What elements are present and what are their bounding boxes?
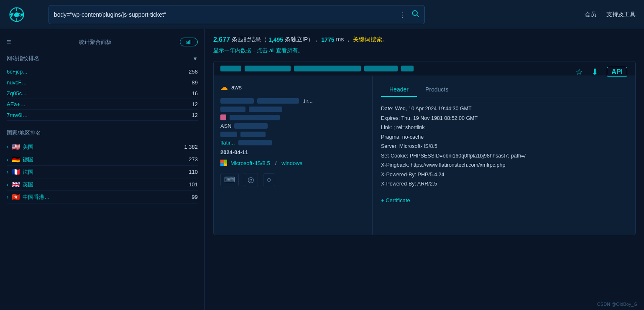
- header-value: https://www.flatironstech.com/xmlrpc.php: [411, 162, 505, 168]
- svg-line-8: [417, 15, 419, 17]
- rank-item-label[interactable]: 6cFjcp...: [7, 69, 27, 75]
- date-value: 2024-04-11: [220, 149, 248, 155]
- results-count: 2,677: [213, 36, 230, 43]
- blurred-row2a: [220, 107, 245, 112]
- header-key: Expires:: [381, 115, 400, 121]
- nav-links: 会员 支持及工具: [585, 11, 636, 18]
- blurred-row4a: [220, 132, 237, 137]
- rank-item: 6cFjcp... 258: [7, 66, 198, 77]
- blurred-extra: [364, 66, 398, 71]
- as-row: ASN: [220, 123, 365, 129]
- download-button[interactable]: ⬇: [591, 67, 598, 77]
- header-value: Microsoft-IIS/8.5: [399, 143, 437, 149]
- header-key: X-Powered-By:: [381, 172, 416, 178]
- country-chevron[interactable]: ›: [7, 169, 8, 175]
- header-data: Date: Wed, 10 Apr 2024 19:44:30 GMTExpir…: [381, 104, 627, 189]
- result-icons-row: ⌨ ◎ ○: [220, 173, 365, 186]
- rank-item-label[interactable]: nuvcF…: [7, 79, 27, 86]
- globe-icon-button[interactable]: ◎: [244, 173, 258, 186]
- all-link[interactable]: all: [269, 47, 275, 53]
- info-row-4: [220, 132, 365, 137]
- blurred-asn: [234, 123, 268, 129]
- all-badge[interactable]: all: [180, 38, 198, 46]
- country-item: › 🇫🇷 法国 110: [7, 166, 198, 178]
- country-chevron[interactable]: ›: [7, 182, 8, 188]
- country-name[interactable]: 🇭🇰 中国香港…: [12, 193, 189, 201]
- fingerprint-section: 网站指纹排名 ▼ 6cFjcp... 258 nuvcF… 89 Zq05c..…: [7, 55, 198, 121]
- top-bar: FOFA ⋮ 会员 支持及工具: [0, 0, 644, 29]
- country-flag: 🇭🇰: [12, 193, 20, 201]
- fingerprint-list: 6cFjcp... 258 nuvcF… 89 Zq05c... 16 AEa+…: [7, 66, 198, 121]
- support-link[interactable]: 支持及工具: [606, 11, 636, 18]
- header-key: Date:: [381, 106, 394, 112]
- info-row-1: .tir...: [220, 98, 365, 104]
- star-button[interactable]: ☆: [575, 67, 583, 77]
- header-value: ; rel=shortlink: [394, 125, 425, 130]
- tab-header[interactable]: Header: [381, 83, 417, 97]
- info-row-2: [220, 107, 365, 112]
- more-options-button[interactable]: ⋮: [399, 10, 406, 19]
- blurred-row3: [230, 115, 280, 120]
- rank-item-label[interactable]: AEa+…: [7, 101, 26, 107]
- search-input[interactable]: [54, 11, 399, 18]
- clock-icon-button[interactable]: ○: [263, 173, 275, 186]
- rank-item-label[interactable]: 7mw6l…: [7, 112, 28, 118]
- result-card-header: [214, 61, 635, 76]
- tab-products[interactable]: Products: [417, 83, 457, 97]
- header-key: Link:: [381, 125, 392, 130]
- rank-item-label[interactable]: Zq05c...: [7, 90, 26, 97]
- country-chevron[interactable]: ›: [7, 144, 8, 150]
- ms-text: ms ，: [336, 36, 351, 43]
- rank-item-count: 89: [192, 79, 198, 86]
- blurred-ip: [220, 66, 241, 71]
- results-sub: 显示一年内数据，点击 all 查看所有。: [213, 47, 636, 54]
- tech-iis-link[interactable]: Microsoft-IIS/8.5: [230, 160, 270, 166]
- blurred-row4b: [240, 132, 266, 137]
- microsoft-icon: [220, 160, 227, 166]
- tabs-row: Header Products: [381, 83, 627, 97]
- rank-item-count: 12: [192, 112, 198, 118]
- header-key: Set-Cookie:: [381, 153, 408, 159]
- country-section-title: 国家/地区排名: [7, 129, 198, 137]
- member-link[interactable]: 会员: [585, 11, 596, 18]
- svg-point-7: [412, 10, 417, 15]
- svg-text:FOFA: FOFA: [10, 12, 24, 18]
- country-name[interactable]: 🇬🇧 英国: [12, 180, 185, 188]
- country-count: 99: [192, 194, 198, 200]
- fingerprint-filter-icon[interactable]: ▼: [192, 56, 198, 62]
- country-name[interactable]: 🇩🇪 德国: [12, 155, 185, 163]
- country-item: › 🇬🇧 英国 101: [7, 178, 198, 191]
- country-list: › 🇺🇸 美国 1,382 › 🇩🇪 德国 273 › 🇫🇷 法国 110 ›: [7, 141, 198, 203]
- blurred-domain: [294, 66, 361, 71]
- country-name[interactable]: 🇫🇷 法国: [12, 168, 185, 176]
- header-value: PHP/5.4.24: [418, 172, 445, 178]
- windows-link[interactable]: windows: [281, 160, 302, 166]
- header-value: Thu, 19 Nov 1981 08:52:00 GMT: [401, 115, 478, 121]
- ms-value: 1775: [321, 36, 334, 43]
- code-icon-button[interactable]: ⌨: [220, 173, 239, 186]
- result-card: ☁ aws .tir...: [213, 61, 636, 235]
- main-content: ≡ 统计聚合面板 all 网站指纹排名 ▼ 6cFjcp... 258 nuvc…: [0, 29, 644, 310]
- country-section: 国家/地区排名 › 🇺🇸 美国 1,382 › 🇩🇪 德国 273 › 🇫🇷 法…: [7, 129, 198, 203]
- filter-icon[interactable]: ≡: [7, 38, 11, 46]
- keyword-search-link[interactable]: 关键词搜索。: [353, 36, 388, 43]
- country-flag: 🇬🇧: [12, 180, 20, 188]
- api-button[interactable]: API: [607, 67, 627, 77]
- search-button[interactable]: [411, 9, 419, 20]
- blurred-row1a: [220, 98, 254, 104]
- blurred-host: [245, 66, 291, 71]
- search-bar[interactable]: ⋮: [49, 5, 425, 24]
- header-row: Pragma: no-cache: [381, 132, 627, 142]
- aws-badge: ☁ aws: [220, 83, 365, 92]
- header-row: Date: Wed, 10 Apr 2024 19:44:30 GMT: [381, 104, 627, 114]
- country-name[interactable]: 🇺🇸 美国: [12, 143, 181, 151]
- sidebar: ≡ 统计聚合面板 all 网站指纹排名 ▼ 6cFjcp... 258 nuvc…: [0, 29, 205, 310]
- flat-link[interactable]: flatir...: [220, 140, 235, 146]
- certificate-link[interactable]: + Certificate: [381, 197, 410, 203]
- blurred-small: [401, 66, 414, 71]
- country-chevron[interactable]: ›: [7, 157, 8, 163]
- sidebar-top: ≡ 统计聚合面板 all: [7, 38, 198, 46]
- rank-item: nuvcF… 89: [7, 77, 198, 88]
- country-chevron[interactable]: ›: [7, 194, 8, 200]
- country-item: › 🇭🇰 中国香港… 99: [7, 191, 198, 203]
